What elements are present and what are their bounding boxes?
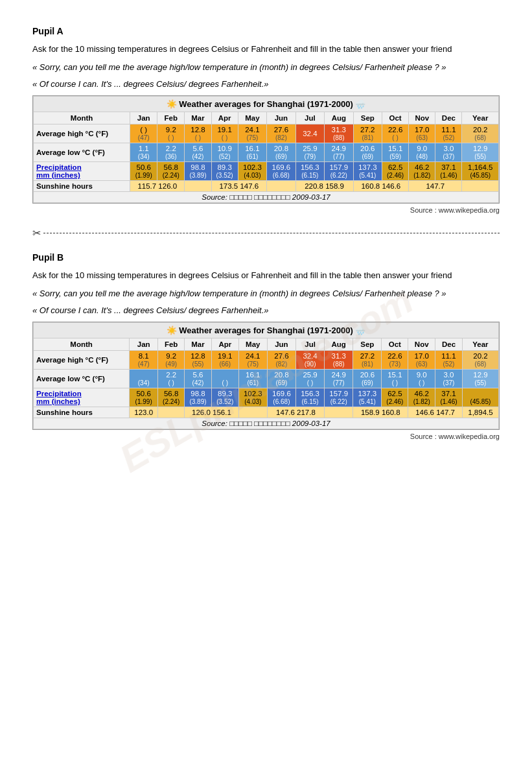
table-b-avg-low-row: Average low °C (°F) (34) 2.2( ) 5.6(42) … (34, 370, 499, 388)
col-nov: Nov (409, 112, 435, 124)
pr-sep: 137.3(5.41) (353, 162, 382, 181)
bah-jul: 32.4(90) (296, 351, 325, 370)
bpr-sep: 137.3(5.41) (353, 388, 382, 407)
al-feb: 2.2(36) (157, 143, 185, 162)
bsun-nov-dec: 146.6 147.7 (408, 407, 463, 418)
avg-high-label-b: Average high °C (°F) (34, 351, 130, 370)
pr-nov: 46.2(1.82) (409, 162, 435, 181)
bal-jun: 20.8(69) (267, 370, 295, 388)
bpr-jul: 156.3(6.15) (296, 388, 325, 407)
b-col-oct: Oct (382, 338, 408, 351)
sun-apr-may: 173.5 147.6 (211, 181, 267, 192)
pupil-a-source-right: Source : www.wikepedia.org (32, 206, 500, 214)
al-dec: 3.0(37) (435, 143, 462, 162)
scissors-divider: ✂ (32, 227, 500, 239)
bpr-nov: 46.2(1.82) (408, 388, 435, 407)
b-col-year: Year (462, 338, 498, 351)
bsun-sep-oct: 158.9 160.8 (353, 407, 408, 418)
bal-dec: 3.0(37) (435, 370, 463, 388)
bsun-mar-apr: 126.0 156.1 (185, 407, 239, 418)
pr-dec: 37.1(1.46) (435, 162, 462, 181)
bal-sep: 20.6(69) (353, 370, 382, 388)
col-may: May (238, 112, 266, 124)
sun-jun (267, 181, 295, 192)
pupil-b-label: Pupil B (32, 252, 500, 263)
bpr-may: 102.3(4.03) (238, 388, 267, 407)
divider-line (43, 233, 500, 233)
al-aug: 24.9(77) (325, 143, 353, 162)
al-may: 16.1(61) (238, 143, 266, 162)
pr-jul: 156.3(6.15) (295, 162, 324, 181)
pupil-b-dialogue2: « Of course I can. It's ... degrees Cels… (32, 304, 500, 318)
al-jun: 20.8(69) (267, 143, 295, 162)
bal-aug: 24.9(77) (325, 370, 353, 388)
col-year: Year (462, 112, 499, 124)
b-col-sep: Sep (353, 338, 382, 351)
bal-jul: 25.9( ) (296, 370, 325, 388)
bah-may: 24.1(75) (238, 351, 267, 370)
pr-year: 1,164.5(45.85) (462, 162, 499, 181)
col-month: Month (34, 112, 130, 124)
bah-aug: 31.3(88) (325, 351, 353, 370)
bpr-apr: 89.3(3.52) (211, 388, 238, 407)
table-a-source-row: Source: □□□□□ □□□□□□□□ 2009-03-17 (34, 192, 499, 203)
ah-may: 24.1(75) (238, 124, 266, 143)
table-a-wrap: ☀️ Weather averages for Shanghai (1971-2… (32, 95, 500, 204)
ah-aug: 31.3(88) (325, 124, 353, 143)
b-col-jun: Jun (267, 338, 295, 351)
bpr-feb: 56.8(2.24) (158, 388, 185, 407)
ah-year: 20.2(68) (462, 124, 499, 143)
bsun-jun-jul: 147.6 217.8 (267, 407, 324, 418)
avg-low-label-a: Average low °C (°F) (34, 143, 130, 162)
weather-table-a: ☀️ Weather averages for Shanghai (1971-2… (33, 96, 499, 203)
table-b-wrap: ☀️ Weather averages for Shanghai (1971-2… (32, 322, 500, 430)
bah-jun: 27.6(82) (267, 351, 295, 370)
b-col-aug: Aug (325, 338, 353, 351)
pupil-a-dialogue1: « Sorry, can you tell me the average hig… (32, 61, 500, 75)
b-col-month: Month (34, 338, 130, 351)
bal-jan: (34) (130, 370, 158, 388)
ah-mar: 12.8( ) (185, 124, 211, 143)
col-aug: Aug (325, 112, 353, 124)
b-col-mar: Mar (185, 338, 212, 351)
ah-oct: 22.6( ) (382, 124, 409, 143)
weather-table-b: ☀️ Weather averages for Shanghai (1971-2… (33, 322, 499, 429)
table-b-source-row: Source: □□□□□ □□□□□□□□ 2009-03-17 (34, 418, 499, 429)
pupil-b-section: Pupil B Ask for the 10 missing temperatu… (32, 252, 500, 440)
table-a-precip-row: Precipitationmm (inches) 50.6(1.99) 56.8… (34, 162, 499, 181)
pupil-b-instruction: Ask for the 10 missing temperatures in d… (32, 269, 500, 282)
table-b-sunshine-row: Sunshine hours 123.0 126.0 156.1 147.6 2… (34, 407, 499, 418)
table-a-avg-low-row: Average low °C (°F) 1.1(34) 2.2(36) 5.6(… (34, 143, 499, 162)
b-col-feb: Feb (158, 338, 185, 351)
b-col-apr: Apr (211, 338, 238, 351)
ah-sep: 27.2(81) (353, 124, 382, 143)
pr-apr: 89.3(3.52) (211, 162, 238, 181)
sun-year (462, 181, 499, 192)
table-a-avg-high-row: Average high °C (°F) ( )(47) 9.2( ) 12.8… (34, 124, 499, 143)
sun-sep-oct: 160.8 146.6 (353, 181, 409, 192)
bah-sep: 27.2(81) (353, 351, 382, 370)
pupil-a-instruction: Ask for the 10 missing temperatures in d… (32, 43, 500, 56)
b-col-may: May (238, 338, 267, 351)
bal-oct: 15.1( ) (382, 370, 408, 388)
sun-nov-dec: 147.7 (409, 181, 462, 192)
sun-jan-feb: 115.7 126.0 (130, 181, 185, 192)
table-b-precip-row: Precipitationmm (inches) 50.6(1.99) 56.8… (34, 388, 499, 407)
bpr-jun: 169.6(6.68) (267, 388, 295, 407)
col-jan: Jan (130, 112, 157, 124)
scissors-icon: ✂ (32, 227, 41, 239)
pr-mar: 98.8(3.89) (185, 162, 211, 181)
table-b-header: Month Jan Feb Mar Apr May Jun Jul Aug Se… (34, 338, 499, 351)
ah-nov: 17.0(63) (409, 124, 435, 143)
bah-dec: 11.1(52) (435, 351, 463, 370)
b-col-nov: Nov (408, 338, 435, 351)
bpr-year: (45.85) (462, 388, 498, 407)
table-a-title-row: ☀️ Weather averages for Shanghai (1971-2… (34, 97, 499, 112)
sun-mar (185, 181, 211, 192)
bsun-may (238, 407, 267, 418)
ah-apr: 19.1( ) (211, 124, 238, 143)
pr-jun: 169.6(6.68) (267, 162, 295, 181)
bal-year: 12.9(55) (462, 370, 498, 388)
pupil-a-section: Pupil A Ask for the 10 missing temperatu… (32, 26, 500, 214)
col-feb: Feb (157, 112, 185, 124)
